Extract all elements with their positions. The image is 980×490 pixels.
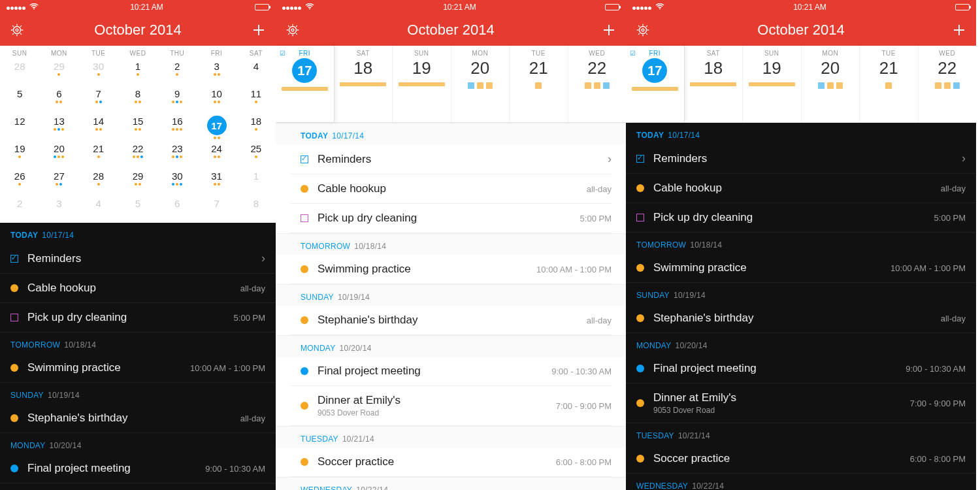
day-cell[interactable]: 2 xyxy=(157,58,197,86)
signal-dots-icon xyxy=(7,3,26,12)
event-list-dark[interactable]: TODAY10/17/14Reminders›Cable hookupall-d… xyxy=(0,223,276,490)
event-title: Reminders xyxy=(27,252,252,265)
day-cell[interactable]: 15 xyxy=(118,113,157,140)
day-cell[interactable]: 11 xyxy=(237,86,276,113)
event-row[interactable]: Soccer practice6:00 - 8:00 PM xyxy=(290,448,612,477)
day-cell[interactable]: 1 xyxy=(118,58,157,86)
day-cell[interactable]: 7 xyxy=(79,86,118,113)
day-cell[interactable]: 12 xyxy=(0,113,39,140)
event-row[interactable]: Soccer practice6:00 - 8:00 PM xyxy=(626,444,976,474)
week-day[interactable]: SUN19 xyxy=(743,46,802,122)
add-event-icon[interactable] xyxy=(951,22,967,38)
day-cell[interactable]: 6 xyxy=(157,195,197,223)
day-cell[interactable]: 6 xyxy=(39,86,78,113)
event-row[interactable]: Cable hookupall-day xyxy=(626,174,976,203)
day-cell[interactable]: 2 xyxy=(0,195,39,223)
day-cell[interactable]: 30 xyxy=(157,168,197,195)
day-cell[interactable]: 18 xyxy=(237,113,276,140)
week-day[interactable]: TUE21 xyxy=(860,46,919,122)
day-cell[interactable]: 9 xyxy=(157,86,197,113)
event-row[interactable]: Stephanie's birthdayall-day xyxy=(290,306,612,335)
day-cell[interactable]: 17 xyxy=(197,113,236,140)
event-mini-icons xyxy=(885,82,892,89)
day-cell[interactable]: 5 xyxy=(0,86,39,113)
month-grid[interactable]: 2829301234567891011121314151617181920212… xyxy=(0,58,276,223)
day-cell[interactable]: 14 xyxy=(79,113,118,140)
day-cell[interactable]: 8 xyxy=(118,86,157,113)
day-cell[interactable]: 4 xyxy=(79,195,118,223)
settings-icon[interactable] xyxy=(285,22,301,38)
week-day[interactable]: WED22 xyxy=(568,46,627,122)
event-row[interactable]: Dinner at Emily's9053 Dover Road7:00 - 9… xyxy=(0,483,276,490)
event-row[interactable]: Final project meeting9:00 - 10:30 AM xyxy=(626,354,976,384)
event-row[interactable]: Pick up dry cleaning5:00 PM xyxy=(626,203,976,233)
day-cell[interactable]: 28 xyxy=(79,168,118,195)
day-cell[interactable]: 16 xyxy=(157,113,197,140)
week-day[interactable]: MON20 xyxy=(451,46,510,122)
day-cell[interactable]: 7 xyxy=(197,195,236,223)
event-row[interactable]: Final project meeting9:00 - 10:30 AM xyxy=(0,454,276,483)
day-cell[interactable]: 22 xyxy=(118,140,157,168)
day-cell[interactable]: 8 xyxy=(237,195,276,223)
day-cell[interactable]: 1 xyxy=(237,168,276,195)
week-day[interactable]: SAT18 xyxy=(685,46,743,122)
event-row[interactable]: Dinner at Emily's9053 Dover Road7:00 - 9… xyxy=(290,386,612,426)
week-day[interactable]: SUN19 xyxy=(393,46,451,122)
day-cell[interactable]: 21 xyxy=(79,140,118,168)
week-strip[interactable]: ☑FRI17SAT18SUN19MON20TUE21WED22 xyxy=(626,46,976,123)
day-cell[interactable]: 4 xyxy=(237,58,276,86)
day-cell[interactable]: 19 xyxy=(0,140,39,168)
event-row[interactable]: Cable hookupall-day xyxy=(290,174,612,204)
day-cell[interactable]: 30 xyxy=(79,58,118,86)
day-cell[interactable]: 5 xyxy=(118,195,157,223)
week-day[interactable]: TUE21 xyxy=(510,46,568,122)
week-day[interactable]: WED22 xyxy=(919,46,977,122)
week-strip[interactable]: ☑FRI17SAT18SUN19MON20TUE21WED22 xyxy=(276,46,626,123)
event-subtitle: 9053 Dover Road xyxy=(318,408,547,417)
day-cell[interactable]: 27 xyxy=(39,168,78,195)
day-number: 8 xyxy=(135,88,140,99)
day-cell[interactable]: 29 xyxy=(39,58,78,86)
event-row[interactable]: Final project meeting9:00 - 10:30 AM xyxy=(290,357,612,386)
event-row[interactable]: Stephanie's birthdayall-day xyxy=(626,304,976,333)
event-list-dark[interactable]: TODAY10/17/14Reminders›Cable hookupall-d… xyxy=(626,123,976,490)
day-cell[interactable]: 29 xyxy=(118,168,157,195)
day-cell[interactable]: 31 xyxy=(197,168,236,195)
day-cell[interactable]: 23 xyxy=(157,140,197,168)
event-row[interactable]: Pick up dry cleaning5:00 PM xyxy=(290,204,612,233)
week-day[interactable]: ☑FRI17 xyxy=(276,46,335,122)
event-row[interactable]: Cable hookupall-day xyxy=(0,274,276,303)
event-row[interactable]: Pick up dry cleaning5:00 PM xyxy=(0,303,276,333)
weekday-label: WED xyxy=(118,50,157,57)
section-label: TOMORROW xyxy=(636,240,686,250)
day-cell[interactable]: 24 xyxy=(197,140,236,168)
event-row[interactable]: Reminders› xyxy=(626,144,976,174)
event-row[interactable]: Reminders› xyxy=(290,144,612,174)
day-cell[interactable]: 10 xyxy=(197,86,236,113)
week-day[interactable]: SAT18 xyxy=(335,46,393,122)
event-row[interactable]: Swimming practice10:00 AM - 1:00 PM xyxy=(626,253,976,283)
event-list-light[interactable]: TODAY10/17/14Reminders›Cable hookupall-d… xyxy=(276,123,626,490)
event-row[interactable]: Swimming practice10:00 AM - 1:00 PM xyxy=(290,255,612,284)
section-label: MONDAY xyxy=(301,344,336,353)
add-event-icon[interactable] xyxy=(251,22,267,38)
event-row[interactable]: Dinner at Emily's9053 Dover Road7:00 - 9… xyxy=(626,384,976,423)
settings-icon[interactable] xyxy=(9,22,25,38)
week-day[interactable]: ☑FRI17 xyxy=(626,46,685,122)
event-row[interactable]: Swimming practice10:00 AM - 1:00 PM xyxy=(0,353,276,383)
day-cell[interactable]: 20 xyxy=(39,140,78,168)
event-dots xyxy=(54,128,64,132)
add-event-icon[interactable] xyxy=(601,22,617,38)
day-cell[interactable]: 25 xyxy=(237,140,276,168)
week-day[interactable]: MON20 xyxy=(802,46,860,122)
event-row[interactable]: Reminders› xyxy=(0,244,276,274)
day-number: 19 xyxy=(14,143,25,154)
day-cell[interactable]: 3 xyxy=(39,195,78,223)
day-cell[interactable]: 26 xyxy=(0,168,39,195)
day-cell[interactable]: 3 xyxy=(197,58,236,86)
settings-icon[interactable] xyxy=(635,22,651,38)
day-cell[interactable]: 13 xyxy=(39,113,78,140)
event-dot-icon xyxy=(636,264,644,272)
day-cell[interactable]: 28 xyxy=(0,58,39,86)
event-row[interactable]: Stephanie's birthdayall-day xyxy=(0,404,276,433)
